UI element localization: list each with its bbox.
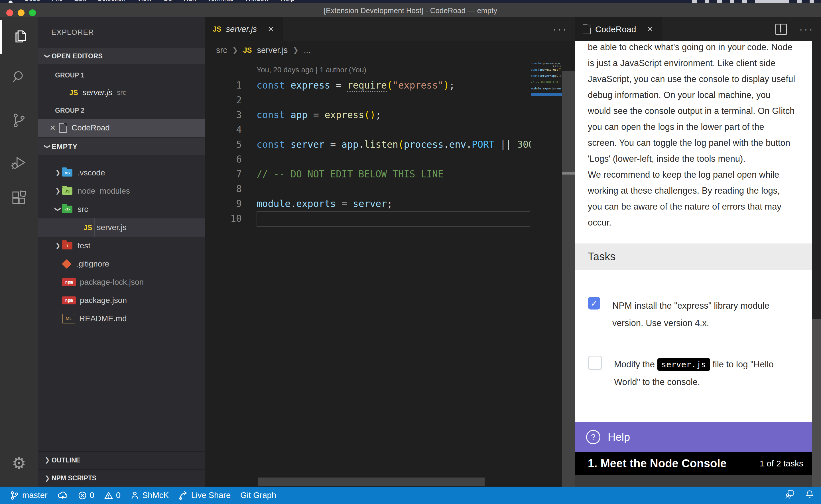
codelens-annotation[interactable]: You, 20 days ago | 1 author (You) [257, 65, 366, 74]
menu-item-go[interactable]: Go [163, 0, 172, 2]
explorer-sidebar: EXPLORER ❯ OPEN EDITORS GROUP 1JSserver.… [38, 17, 205, 487]
npm-icon: npm [62, 278, 76, 286]
code-line-3[interactable]: 3const app = express(); [205, 108, 531, 122]
code-line-1[interactable]: 1const express = require("express"); [205, 78, 531, 93]
breadcrumb-symbol[interactable]: ... [304, 46, 311, 55]
task-text-line: version. Use version 4.x. [612, 314, 769, 332]
workspace-section[interactable]: ❯ EMPTY [38, 138, 205, 155]
code-text: module.exports = server; [257, 196, 393, 211]
tree-item-test[interactable]: ❯Ttest [38, 237, 205, 255]
settings-gear-button[interactable]: ⚙ [0, 446, 38, 480]
open-editors-section[interactable]: ❯ OPEN EDITORS [38, 48, 205, 64]
code-line-5[interactable]: 5const server = app.listen(process.env.P… [205, 137, 531, 152]
lesson-text: be able to check what's going on in your… [588, 41, 810, 231]
menu-item-file[interactable]: File [52, 0, 63, 2]
tree-item-src[interactable]: ❯</>src [38, 200, 205, 218]
line-number: 2 [205, 93, 242, 108]
minimap[interactable]: const express = require("express");const… [531, 60, 562, 96]
status-item-cloud-upload[interactable] [57, 490, 68, 501]
menu-item-window[interactable]: Window [245, 0, 269, 2]
line-number: 5 [205, 137, 242, 152]
status-item-0[interactable]: 0 [104, 491, 120, 500]
code-line-9[interactable]: 9module.exports = server; [205, 196, 531, 211]
tree-item-packagejson[interactable]: npmpackage.json [38, 291, 205, 310]
horizontal-scrollbar[interactable] [258, 478, 485, 486]
src-folder-icon: </> [62, 206, 72, 213]
help-bar[interactable]: ? Help [575, 422, 821, 452]
status-item-live-share[interactable]: Live Share [178, 491, 231, 500]
tree-item-vscode[interactable]: ❯VS.vscode [38, 164, 205, 182]
split-editor-button[interactable] [775, 17, 787, 41]
menu-item-help[interactable]: Help [281, 0, 295, 2]
close-editor-icon[interactable]: ✕ [46, 124, 59, 132]
tree-item-package-lockjson[interactable]: npmpackage-lock.json [38, 273, 205, 291]
editor-label: server.js [83, 88, 113, 97]
lesson-text-line: is just a JavaScript environment. Like c… [588, 55, 810, 71]
tree-item-label: README.md [79, 314, 126, 323]
scrollbar-handle[interactable] [562, 172, 575, 175]
menu-items: CodeFileEditSelectionViewGoRunTerminalWi… [24, 0, 306, 3]
editor-more-actions-button[interactable]: ··· [553, 17, 568, 41]
npm-scripts-section[interactable]: ❯ NPM SCRIPTS [38, 469, 205, 487]
line-number: 7 [205, 167, 242, 182]
run-debug-tab[interactable] [0, 147, 38, 181]
search-tab[interactable] [0, 60, 38, 95]
tree-item-label: .vscode [77, 168, 105, 177]
lesson-text-line: you can open the logs in the lower part … [588, 119, 810, 135]
bell-icon[interactable] [804, 489, 815, 501]
extensions-icon [11, 190, 27, 208]
menu-item-view[interactable]: View [137, 0, 152, 2]
close-tab-icon[interactable]: ✕ [267, 25, 275, 34]
explorer-tab[interactable] [0, 20, 40, 54]
close-tab-icon[interactable]: ✕ [646, 25, 654, 34]
js-file-icon: JS [243, 46, 252, 54]
tree-item-serverjs[interactable]: JSserver.js [38, 218, 205, 237]
tree-item-gitignore[interactable]: .gitignore [38, 255, 205, 273]
status-item-git-graph[interactable]: Git Graph [240, 491, 276, 500]
tab-server-js[interactable]: JS server.js ✕ [205, 17, 283, 41]
menu-item-code[interactable]: Code [24, 0, 40, 2]
code-line-6[interactable]: 6 [205, 152, 531, 167]
webview-scrollbar-thumb[interactable] [812, 319, 821, 487]
line-number: 1 [205, 78, 242, 93]
tree-item-READMEmd[interactable]: M↓README.md [38, 310, 205, 328]
tree-item-node_modules[interactable]: ❯JSnode_modules [38, 182, 205, 200]
open-editor-item-server.js[interactable]: JSserver.jssrc [38, 84, 205, 101]
feedback-icon[interactable] [785, 489, 795, 501]
code-line-8[interactable]: 8 [205, 182, 531, 196]
lesson-text-line: JavaScript, you can use the console to d… [588, 71, 810, 87]
code-line-7[interactable]: 7// -- DO NOT EDIT BELOW THIS LINE [205, 167, 531, 182]
webview-scrollbar-track[interactable] [812, 41, 821, 319]
menu-item-run[interactable]: Run [183, 0, 196, 2]
source-control-tab[interactable] [0, 104, 38, 138]
code-line-2[interactable]: 2 [205, 93, 531, 108]
status-item-0[interactable]: 0 [78, 491, 94, 500]
checked-checkbox[interactable]: ✓ [588, 297, 600, 310]
tree-item-label: package.json [80, 296, 127, 305]
menu-item-terminal[interactable]: Terminal [208, 0, 234, 2]
editor-detail: src [117, 89, 126, 97]
tab-coderoad[interactable]: CodeRoad ✕ [575, 17, 662, 41]
tree-item-label: package-lock.json [80, 278, 144, 287]
task-text-line: Modify the server.js file to log "Hello [614, 356, 774, 373]
panel-sash-scrollbar[interactable] [562, 71, 575, 487]
breadcrumb-file[interactable]: server.js [257, 46, 288, 55]
open-editor-item-coderoad[interactable]: ✕CodeRoad [38, 119, 205, 137]
lesson-title: 1. Meet the Node Console [588, 457, 727, 470]
code-line-4[interactable]: 4 [205, 122, 531, 137]
unchecked-checkbox[interactable] [588, 356, 602, 370]
menu-item-edit[interactable]: Edit [74, 0, 86, 2]
lesson-footer-bar[interactable]: 1. Meet the Node Console 1 of 2 tasks [575, 452, 821, 475]
lesson-text-line: be able to check what's going on in your… [588, 41, 810, 55]
status-item-shmck[interactable]: ShMcK [130, 491, 169, 500]
extensions-tab[interactable] [0, 182, 38, 216]
status-item-master[interactable]: master [10, 491, 48, 500]
code-area[interactable]: 1const express = require("express");23co… [205, 78, 531, 226]
panel-more-actions-button[interactable]: ··· [799, 17, 814, 41]
outline-section[interactable]: ❯ OUTLINE [38, 451, 205, 469]
cloud-upload-icon [57, 490, 68, 501]
task-text: Modify the server.js file to log "HelloW… [614, 356, 774, 391]
breadcrumb-folder[interactable]: src [216, 46, 227, 55]
tree-item-label: node_modules [77, 187, 130, 196]
menu-item-selection[interactable]: Selection [97, 0, 125, 2]
